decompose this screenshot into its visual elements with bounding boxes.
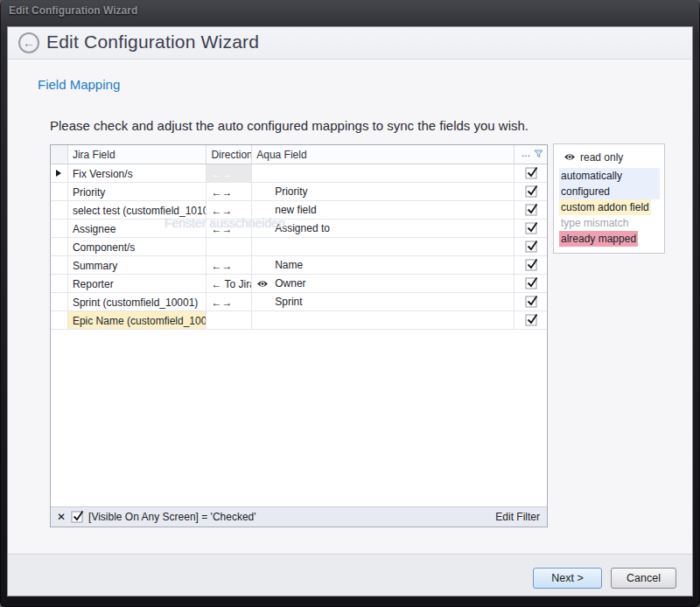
table-row: Sprint (customfield_10001) ←→ Sprint xyxy=(51,293,547,311)
aqua-field-cell[interactable]: new field xyxy=(252,201,514,219)
grid-header-row: Jira Field Direction Aqua Field ... xyxy=(51,145,547,164)
filter-funnel-icon[interactable] xyxy=(534,149,543,161)
aqua-field-cell[interactable]: Owner xyxy=(252,275,514,292)
read-only-eye-icon xyxy=(256,280,275,288)
jira-field-cell[interactable]: Component/s xyxy=(68,238,206,255)
visible-checkbox-checked[interactable] xyxy=(525,222,537,234)
aqua-field-cell[interactable]: Assigned to xyxy=(252,220,514,237)
column-header-aqua-field[interactable]: Aqua Field xyxy=(252,145,514,164)
column-header-direction[interactable]: Direction xyxy=(206,145,252,164)
table-row: Epic Name (customfield_10004) xyxy=(51,311,547,330)
jira-field-cell[interactable]: select test (customfield_10100) xyxy=(68,201,206,219)
table-row: Fix Version/s ←→ xyxy=(51,164,547,183)
aqua-field-cell[interactable] xyxy=(252,238,514,255)
eye-icon xyxy=(564,150,576,165)
direction-cell[interactable]: ← To Jira xyxy=(206,275,252,292)
aqua-field-cell[interactable] xyxy=(252,164,514,182)
legend-panel: read only automatically configured custo… xyxy=(553,143,665,254)
row-indicator-cell[interactable] xyxy=(51,256,68,274)
aqua-field-cell[interactable]: Sprint xyxy=(252,293,514,310)
direction-cell[interactable]: ←→ xyxy=(206,164,252,182)
wizard-title: Edit Configuration Wizard xyxy=(46,31,259,52)
visible-checkbox-cell[interactable] xyxy=(514,238,547,255)
direction-cell[interactable] xyxy=(206,238,252,255)
legend-read-only: read only xyxy=(559,150,660,165)
visible-checkbox-checked[interactable] xyxy=(525,241,537,253)
row-indicator-cell[interactable] xyxy=(51,201,68,219)
visible-checkbox-cell[interactable] xyxy=(514,201,547,219)
table-row: Priority ←→ Priority xyxy=(51,183,547,201)
table-row: Component/s xyxy=(51,238,547,256)
jira-field-cell[interactable]: Sprint (customfield_10001) xyxy=(68,293,206,310)
direction-cell[interactable] xyxy=(206,311,252,329)
table-row: Reporter ← To Jira Owner xyxy=(51,275,547,293)
back-arrow-icon: ← xyxy=(23,37,35,49)
visible-checkbox-cell[interactable] xyxy=(514,256,547,274)
row-indicator-cell[interactable] xyxy=(51,238,68,255)
visible-checkbox-checked[interactable] xyxy=(525,204,537,216)
wizard-header: ← Edit Configuration Wizard xyxy=(8,27,692,59)
jira-field-cell[interactable]: Priority xyxy=(68,183,206,200)
jira-field-cell-custom-addon[interactable]: Epic Name (customfield_10004) xyxy=(68,311,206,329)
column-header-visible[interactable]: ... xyxy=(514,145,547,164)
visible-checkbox-checked[interactable] xyxy=(525,167,537,179)
row-indicator-cell[interactable] xyxy=(51,293,68,310)
grid-empty-area xyxy=(51,330,547,506)
cancel-button[interactable]: Cancel xyxy=(611,568,676,589)
direction-cell[interactable]: ←→ xyxy=(206,220,252,237)
visible-checkbox-checked[interactable] xyxy=(525,185,537,198)
field-mapping-grid: Jira Field Direction Aqua Field ... Fix … xyxy=(50,144,548,527)
jira-field-cell[interactable]: Summary xyxy=(68,256,206,274)
visible-checkbox-cell[interactable] xyxy=(514,275,547,292)
visible-checkbox-cell[interactable] xyxy=(514,311,547,329)
row-indicator-cell[interactable] xyxy=(51,275,68,292)
column-header-jira-field[interactable]: Jira Field xyxy=(68,145,206,164)
jira-field-cell[interactable]: Reporter xyxy=(68,275,206,292)
wizard-dialog: ← Edit Configuration Wizard Field Mappin… xyxy=(7,26,693,597)
legend-custom-addon: custom addon field xyxy=(559,199,651,215)
edit-filter-link[interactable]: Edit Filter xyxy=(495,511,540,523)
visible-checkbox-cell[interactable] xyxy=(514,183,547,200)
row-indicator-cell[interactable] xyxy=(51,164,68,182)
filter-expression[interactable]: [Visible On Any Screen] = 'Checked' xyxy=(88,511,495,523)
jira-field-cell[interactable]: Assignee xyxy=(68,220,206,237)
visible-checkbox-checked[interactable] xyxy=(525,296,537,308)
current-row-arrow-icon xyxy=(56,170,61,177)
visible-checkbox-checked[interactable] xyxy=(525,277,537,290)
aqua-field-cell[interactable] xyxy=(252,311,514,329)
direction-cell[interactable]: ←→ xyxy=(206,256,252,274)
remove-filter-icon[interactable]: ✕ xyxy=(57,511,66,523)
section-title: Field Mapping xyxy=(38,77,120,92)
direction-cell[interactable]: ←→ xyxy=(206,201,252,219)
table-row: select test (customfield_10100) ←→ new f… xyxy=(51,201,547,220)
direction-cell[interactable]: ←→ xyxy=(206,183,252,200)
visible-checkbox-cell[interactable] xyxy=(514,164,547,182)
row-indicator-cell[interactable] xyxy=(51,183,68,200)
jira-field-cell[interactable]: Fix Version/s xyxy=(68,164,206,182)
table-row: Summary ←→ Name xyxy=(51,256,547,275)
legend-already-mapped: already mapped xyxy=(559,231,638,247)
filter-enabled-checkbox[interactable] xyxy=(71,511,83,523)
instruction-text: Please check and adjust the auto configu… xyxy=(50,118,528,133)
direction-cell[interactable]: ←→ xyxy=(206,293,252,310)
legend-read-only-label: read only xyxy=(580,150,623,165)
column-header-more-label: ... xyxy=(522,147,530,159)
visible-checkbox-cell[interactable] xyxy=(514,220,547,237)
visible-checkbox-checked[interactable] xyxy=(525,314,537,326)
dialog-footer: Next > Cancel xyxy=(8,554,692,596)
visible-checkbox-cell[interactable] xyxy=(514,293,547,310)
back-button[interactable]: ← xyxy=(18,32,39,53)
window-title: Edit Configuration Wizard xyxy=(9,4,137,17)
table-row: Assignee ←→ Assigned to xyxy=(51,220,547,238)
legend-type-mismatch: type mismatch xyxy=(559,215,630,231)
next-button[interactable]: Next > xyxy=(533,568,602,589)
grid-filter-bar: ✕ [Visible On Any Screen] = 'Checked' Ed… xyxy=(51,506,547,527)
aqua-field-cell[interactable]: Priority xyxy=(252,183,514,200)
legend-auto-configured: automatically configured xyxy=(559,168,660,199)
row-indicator-cell[interactable] xyxy=(51,311,68,329)
aqua-field-cell[interactable]: Name xyxy=(252,256,514,274)
row-indicator-cell[interactable] xyxy=(51,220,68,237)
row-indicator-header xyxy=(51,145,68,164)
visible-checkbox-checked[interactable] xyxy=(525,259,537,271)
window-frame: Edit Configuration Wizard ← Edit Configu… xyxy=(0,0,700,607)
